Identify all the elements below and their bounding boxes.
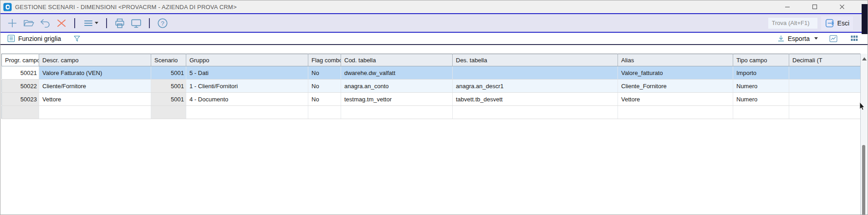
table-cell[interactable]: Importo [733,66,789,80]
table-cell[interactable] [151,106,186,119]
table-cell[interactable]: Vettore [39,93,151,106]
table-cell[interactable] [789,106,862,119]
export-button[interactable]: Esporta [775,35,820,43]
table-cell[interactable]: No [308,80,341,93]
open-folder-icon [23,18,35,29]
app-logo-icon[interactable] [3,3,12,11]
exit-button[interactable]: Esci [821,16,853,30]
table-cell[interactable]: No [308,93,341,106]
gridbar-right-group: Esporta [775,35,861,43]
main-toolbar: ? Esci [0,14,868,32]
column-header-progr-campo[interactable]: Progr. campo [2,54,39,66]
table-cell[interactable]: testmag.tm_vettor [341,93,453,106]
table-cell[interactable]: anagra.an_conto [341,80,453,93]
mouse-cursor-icon [859,102,866,111]
table-cell[interactable] [618,106,733,119]
export-label: Esporta [788,35,810,42]
table-row[interactable]: 50023Vettore50014 - DocumentoNotestmag.t… [2,93,862,106]
table-cell[interactable] [186,106,308,119]
table-cell[interactable]: 5001 [151,66,186,80]
grid-body: 50021Valore Fatturato (VEN)50015 - DatiN… [2,66,862,119]
filter-button[interactable] [70,35,84,43]
exit-button-label: Esci [837,20,849,27]
find-input[interactable] [768,18,817,29]
help-icon: ? [157,17,168,29]
table-row[interactable]: 50021Valore Fatturato (VEN)50015 - DatiN… [2,66,862,80]
minimize-button[interactable] [774,0,801,13]
toolbar-separator [106,18,107,28]
table-cell[interactable] [789,66,862,80]
maximize-icon [812,4,817,10]
help-button[interactable]: ? [155,16,170,30]
table-cell[interactable] [308,106,341,119]
toolbar-separator [74,18,75,28]
table-cell[interactable] [453,66,618,80]
add-button[interactable] [5,16,20,30]
column-header-descr-campo[interactable]: Descr. campo [39,54,151,66]
scrollbar-thumb[interactable] [862,145,865,215]
table-cell[interactable]: dwarehe.dw_valfatt [341,66,453,80]
table-cell[interactable]: 4 - Documento [186,93,308,106]
table-row-empty[interactable] [2,106,862,119]
chart-button[interactable] [826,35,841,43]
table-row[interactable]: 50022Cliente/Fornitore50011 - Clienti/Fo… [2,80,862,93]
table-cell[interactable]: 50022 [2,80,39,93]
column-header-decimali-t[interactable]: Decimali (T [789,54,862,66]
blocks-button[interactable] [847,35,861,42]
column-header-scenario[interactable]: Scenario [151,54,186,66]
window-title: GESTIONE SCENARI - DIMENSIONI <PROVACRM … [15,4,237,10]
svg-text:?: ? [161,20,164,26]
close-button[interactable] [828,0,856,13]
table-cell[interactable] [341,106,453,119]
grid-functions-label: Funzioni griglia [18,35,61,42]
table-cell[interactable]: Numero [733,93,789,106]
scrollbar-up-arrow-icon[interactable] [862,57,867,60]
maximize-button[interactable] [801,0,828,13]
table-cell[interactable]: No [308,66,341,80]
column-header-gruppo[interactable]: Gruppo [186,54,308,66]
print-button[interactable] [112,16,127,30]
grid-toolbar: Funzioni griglia Esporta [0,33,868,44]
screen-icon [130,17,142,29]
table-cell[interactable]: Valore_fatturato [618,66,733,80]
table-cell[interactable]: 5 - Dati [186,66,308,80]
table-cell[interactable]: 5001 [151,93,186,106]
menu-button[interactable] [81,16,101,30]
exit-icon [825,18,835,28]
grid-functions-button[interactable]: Funzioni griglia [5,34,63,43]
table-cell[interactable]: 1 - Clienti/Fornitori [186,80,308,93]
preview-button[interactable] [129,16,143,30]
column-header-alias[interactable]: Alias [618,54,733,66]
column-header-flag-combo[interactable]: Flag combo [308,54,341,66]
table-cell[interactable] [733,106,789,119]
download-icon [777,35,785,43]
table-cell[interactable] [789,80,862,93]
table-cell[interactable] [453,106,618,119]
vertical-scrollbar[interactable] [860,54,867,215]
export-caret-icon [814,37,818,40]
table-cell[interactable]: Cliente/Fornitore [39,80,151,93]
delete-x-icon [56,18,67,29]
column-header-des-tabella[interactable]: Des. tabella [453,54,618,66]
table-cell[interactable]: 5001 [151,80,186,93]
table-cell[interactable]: 50023 [2,93,39,106]
minimize-icon [785,4,790,10]
table-cell[interactable]: Cliente_Fornitore [618,80,733,93]
table-cell[interactable] [39,106,151,119]
column-header-cod-tabella[interactable]: Cod. tabella [341,54,453,66]
column-header-tipo-campo[interactable]: Tipo campo [733,54,789,66]
table-cell[interactable]: tabvett.tb_desvett [453,93,618,106]
table-cell[interactable] [2,106,39,119]
grid-functions-icon [7,34,15,43]
table-cell[interactable]: Vettore [618,93,733,106]
table-cell[interactable]: Numero [733,80,789,93]
table-cell[interactable] [789,93,862,106]
toolbar-separator [149,18,150,28]
delete-button[interactable] [54,16,69,30]
chart-icon [829,35,838,43]
table-cell[interactable]: anagra.an_descr1 [453,80,618,93]
undo-button[interactable] [38,16,52,30]
open-button[interactable] [21,16,36,30]
table-cell[interactable]: 50021 [2,66,39,80]
table-cell[interactable]: Valore Fatturato (VEN) [39,66,151,80]
